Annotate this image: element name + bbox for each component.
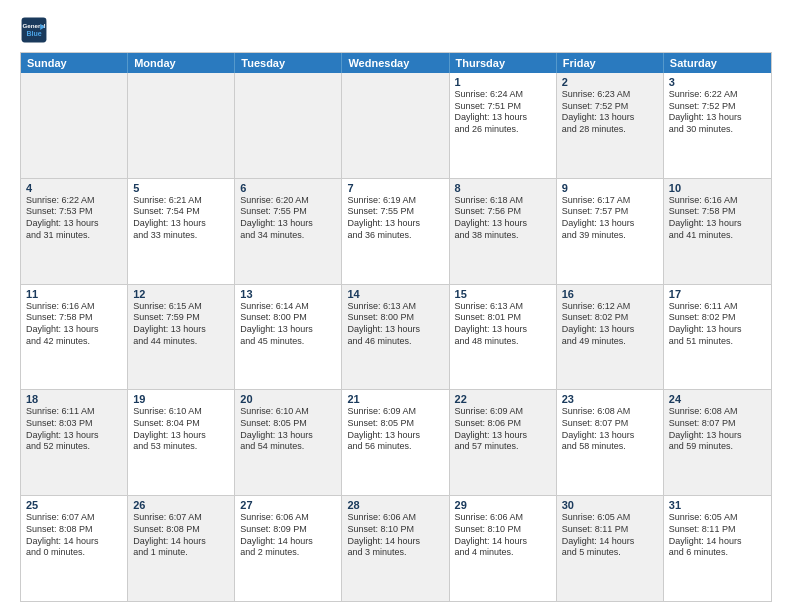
day-number: 7	[347, 182, 443, 194]
cal-cell: 2Sunrise: 6:23 AM Sunset: 7:52 PM Daylig…	[557, 73, 664, 178]
day-info: Sunrise: 6:19 AM Sunset: 7:55 PM Dayligh…	[347, 195, 443, 242]
week-row-4: 18Sunrise: 6:11 AM Sunset: 8:03 PM Dayli…	[21, 389, 771, 495]
cal-cell: 18Sunrise: 6:11 AM Sunset: 8:03 PM Dayli…	[21, 390, 128, 495]
day-info: Sunrise: 6:18 AM Sunset: 7:56 PM Dayligh…	[455, 195, 551, 242]
cal-cell	[21, 73, 128, 178]
cal-cell: 9Sunrise: 6:17 AM Sunset: 7:57 PM Daylig…	[557, 179, 664, 284]
header-day-tuesday: Tuesday	[235, 53, 342, 73]
day-number: 13	[240, 288, 336, 300]
day-number: 8	[455, 182, 551, 194]
cal-cell: 4Sunrise: 6:22 AM Sunset: 7:53 PM Daylig…	[21, 179, 128, 284]
day-number: 12	[133, 288, 229, 300]
day-number: 3	[669, 76, 766, 88]
cal-cell	[342, 73, 449, 178]
week-row-5: 25Sunrise: 6:07 AM Sunset: 8:08 PM Dayli…	[21, 495, 771, 601]
cal-cell: 11Sunrise: 6:16 AM Sunset: 7:58 PM Dayli…	[21, 285, 128, 390]
cal-cell: 31Sunrise: 6:05 AM Sunset: 8:11 PM Dayli…	[664, 496, 771, 601]
day-number: 25	[26, 499, 122, 511]
cal-cell: 30Sunrise: 6:05 AM Sunset: 8:11 PM Dayli…	[557, 496, 664, 601]
day-number: 26	[133, 499, 229, 511]
cal-cell: 17Sunrise: 6:11 AM Sunset: 8:02 PM Dayli…	[664, 285, 771, 390]
day-info: Sunrise: 6:21 AM Sunset: 7:54 PM Dayligh…	[133, 195, 229, 242]
cal-cell: 26Sunrise: 6:07 AM Sunset: 8:08 PM Dayli…	[128, 496, 235, 601]
day-number: 31	[669, 499, 766, 511]
calendar-header: SundayMondayTuesdayWednesdayThursdayFrid…	[21, 53, 771, 73]
day-info: Sunrise: 6:07 AM Sunset: 8:08 PM Dayligh…	[26, 512, 122, 559]
svg-text:Blue: Blue	[26, 30, 41, 37]
cal-cell: 6Sunrise: 6:20 AM Sunset: 7:55 PM Daylig…	[235, 179, 342, 284]
header-day-saturday: Saturday	[664, 53, 771, 73]
day-info: Sunrise: 6:10 AM Sunset: 8:04 PM Dayligh…	[133, 406, 229, 453]
day-info: Sunrise: 6:09 AM Sunset: 8:06 PM Dayligh…	[455, 406, 551, 453]
header-day-sunday: Sunday	[21, 53, 128, 73]
day-number: 14	[347, 288, 443, 300]
day-info: Sunrise: 6:06 AM Sunset: 8:10 PM Dayligh…	[455, 512, 551, 559]
day-info: Sunrise: 6:10 AM Sunset: 8:05 PM Dayligh…	[240, 406, 336, 453]
day-info: Sunrise: 6:13 AM Sunset: 8:00 PM Dayligh…	[347, 301, 443, 348]
day-info: Sunrise: 6:16 AM Sunset: 7:58 PM Dayligh…	[669, 195, 766, 242]
header: General Blue	[20, 16, 772, 44]
cal-cell: 28Sunrise: 6:06 AM Sunset: 8:10 PM Dayli…	[342, 496, 449, 601]
day-info: Sunrise: 6:20 AM Sunset: 7:55 PM Dayligh…	[240, 195, 336, 242]
day-info: Sunrise: 6:06 AM Sunset: 8:09 PM Dayligh…	[240, 512, 336, 559]
day-info: Sunrise: 6:24 AM Sunset: 7:51 PM Dayligh…	[455, 89, 551, 136]
day-info: Sunrise: 6:16 AM Sunset: 7:58 PM Dayligh…	[26, 301, 122, 348]
cal-cell: 27Sunrise: 6:06 AM Sunset: 8:09 PM Dayli…	[235, 496, 342, 601]
day-info: Sunrise: 6:14 AM Sunset: 8:00 PM Dayligh…	[240, 301, 336, 348]
day-number: 28	[347, 499, 443, 511]
day-info: Sunrise: 6:09 AM Sunset: 8:05 PM Dayligh…	[347, 406, 443, 453]
day-info: Sunrise: 6:06 AM Sunset: 8:10 PM Dayligh…	[347, 512, 443, 559]
cal-cell: 19Sunrise: 6:10 AM Sunset: 8:04 PM Dayli…	[128, 390, 235, 495]
cal-cell: 29Sunrise: 6:06 AM Sunset: 8:10 PM Dayli…	[450, 496, 557, 601]
cal-cell: 5Sunrise: 6:21 AM Sunset: 7:54 PM Daylig…	[128, 179, 235, 284]
cal-cell: 10Sunrise: 6:16 AM Sunset: 7:58 PM Dayli…	[664, 179, 771, 284]
header-day-friday: Friday	[557, 53, 664, 73]
day-number: 24	[669, 393, 766, 405]
day-number: 22	[455, 393, 551, 405]
cal-cell: 25Sunrise: 6:07 AM Sunset: 8:08 PM Dayli…	[21, 496, 128, 601]
day-number: 4	[26, 182, 122, 194]
calendar-body: 1Sunrise: 6:24 AM Sunset: 7:51 PM Daylig…	[21, 73, 771, 601]
cal-cell	[235, 73, 342, 178]
cal-cell: 21Sunrise: 6:09 AM Sunset: 8:05 PM Dayli…	[342, 390, 449, 495]
day-number: 17	[669, 288, 766, 300]
day-info: Sunrise: 6:23 AM Sunset: 7:52 PM Dayligh…	[562, 89, 658, 136]
cal-cell: 24Sunrise: 6:08 AM Sunset: 8:07 PM Dayli…	[664, 390, 771, 495]
cal-cell: 22Sunrise: 6:09 AM Sunset: 8:06 PM Dayli…	[450, 390, 557, 495]
day-number: 6	[240, 182, 336, 194]
cal-cell: 12Sunrise: 6:15 AM Sunset: 7:59 PM Dayli…	[128, 285, 235, 390]
day-info: Sunrise: 6:11 AM Sunset: 8:02 PM Dayligh…	[669, 301, 766, 348]
cal-cell: 13Sunrise: 6:14 AM Sunset: 8:00 PM Dayli…	[235, 285, 342, 390]
day-info: Sunrise: 6:13 AM Sunset: 8:01 PM Dayligh…	[455, 301, 551, 348]
day-info: Sunrise: 6:12 AM Sunset: 8:02 PM Dayligh…	[562, 301, 658, 348]
cal-cell: 16Sunrise: 6:12 AM Sunset: 8:02 PM Dayli…	[557, 285, 664, 390]
day-number: 19	[133, 393, 229, 405]
header-day-monday: Monday	[128, 53, 235, 73]
cal-cell: 23Sunrise: 6:08 AM Sunset: 8:07 PM Dayli…	[557, 390, 664, 495]
day-number: 9	[562, 182, 658, 194]
day-info: Sunrise: 6:08 AM Sunset: 8:07 PM Dayligh…	[562, 406, 658, 453]
cal-cell: 15Sunrise: 6:13 AM Sunset: 8:01 PM Dayli…	[450, 285, 557, 390]
day-info: Sunrise: 6:15 AM Sunset: 7:59 PM Dayligh…	[133, 301, 229, 348]
day-number: 27	[240, 499, 336, 511]
day-number: 18	[26, 393, 122, 405]
day-number: 5	[133, 182, 229, 194]
logo-icon: General Blue	[20, 16, 48, 44]
day-number: 11	[26, 288, 122, 300]
calendar: SundayMondayTuesdayWednesdayThursdayFrid…	[20, 52, 772, 602]
day-number: 10	[669, 182, 766, 194]
cal-cell: 14Sunrise: 6:13 AM Sunset: 8:00 PM Dayli…	[342, 285, 449, 390]
day-info: Sunrise: 6:07 AM Sunset: 8:08 PM Dayligh…	[133, 512, 229, 559]
day-number: 15	[455, 288, 551, 300]
logo: General Blue	[20, 16, 52, 44]
header-day-wednesday: Wednesday	[342, 53, 449, 73]
day-info: Sunrise: 6:22 AM Sunset: 7:52 PM Dayligh…	[669, 89, 766, 136]
cal-cell	[128, 73, 235, 178]
day-info: Sunrise: 6:11 AM Sunset: 8:03 PM Dayligh…	[26, 406, 122, 453]
cal-cell: 20Sunrise: 6:10 AM Sunset: 8:05 PM Dayli…	[235, 390, 342, 495]
day-number: 16	[562, 288, 658, 300]
cal-cell: 8Sunrise: 6:18 AM Sunset: 7:56 PM Daylig…	[450, 179, 557, 284]
day-number: 2	[562, 76, 658, 88]
day-number: 30	[562, 499, 658, 511]
page: General Blue SundayMondayTuesdayWednesda…	[0, 0, 792, 612]
